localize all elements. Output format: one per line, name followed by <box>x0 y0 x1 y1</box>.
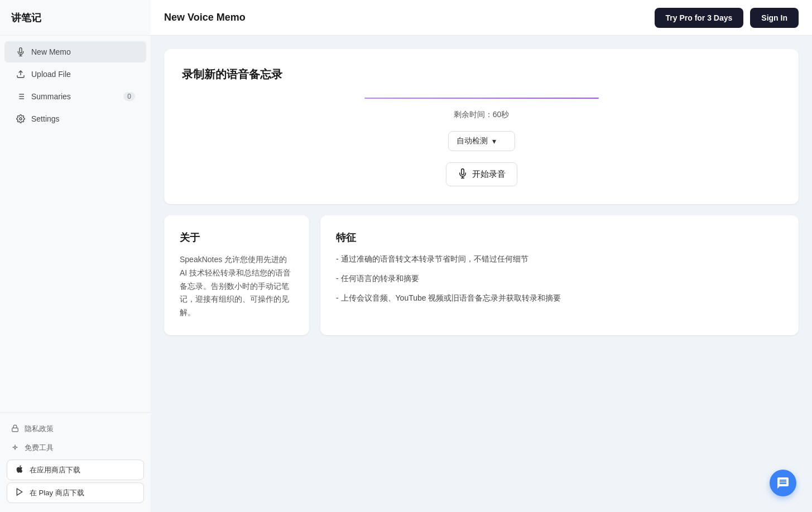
sidebar-item-label: Summaries <box>31 92 71 101</box>
app-store-button[interactable]: 在应用商店下载 <box>7 460 144 480</box>
sidebar-item-new-memo[interactable]: New Memo <box>4 41 146 62</box>
svg-marker-16 <box>17 489 22 495</box>
time-remaining: 剩余时间：60秒 <box>182 110 781 120</box>
svg-point-9 <box>20 118 22 120</box>
info-cards: 关于 SpeakNotes 允许您使用先进的 AI 技术轻松转录和总结您的语音备… <box>164 215 799 335</box>
waveform-line <box>364 98 599 99</box>
sidebar-item-label: Settings <box>31 114 60 123</box>
features-title: 特征 <box>336 231 783 244</box>
try-pro-button[interactable]: Try Pro for 3 Days <box>655 8 744 28</box>
start-recording-label: 开始录音 <box>472 169 506 180</box>
app-store-label: 在应用商店下载 <box>30 465 80 475</box>
about-card: 关于 SpeakNotes 允许您使用先进的 AI 技术轻松转录和总结您的语音备… <box>164 215 309 335</box>
apple-icon <box>15 465 24 475</box>
list-icon <box>16 91 26 102</box>
feature-item-3: - 上传会议音频、YouTube 视频或旧语音备忘录并获取转录和摘要 <box>336 292 783 304</box>
sign-in-button[interactable]: Sign In <box>750 8 799 28</box>
sidebar-item-label: Upload File <box>31 70 71 79</box>
waveform-container <box>182 98 781 99</box>
tools-icon <box>11 443 19 453</box>
app-name: 讲笔记 <box>11 11 41 25</box>
privacy-label: 隐私政策 <box>25 424 54 434</box>
sidebar-item-summaries[interactable]: Summaries 0 <box>4 86 146 107</box>
app-logo: 讲笔记 <box>0 0 151 36</box>
privacy-link[interactable]: 隐私政策 <box>0 419 151 438</box>
chevron-down-icon: ▾ <box>492 137 496 146</box>
sidebar-item-upload-file[interactable]: Upload File <box>4 64 146 85</box>
mic-icon <box>16 47 26 57</box>
sidebar-item-label: New Memo <box>31 47 71 56</box>
topbar: New Voice Memo Try Pro for 3 Days Sign I… <box>151 0 812 36</box>
language-option: 自动检测 <box>457 136 488 146</box>
summaries-badge: 0 <box>123 92 135 101</box>
about-text: SpeakNotes 允许您使用先进的 AI 技术轻松转录和总结您的语音备忘录。… <box>180 253 294 320</box>
sidebar: 讲笔记 New Memo U <box>0 0 151 512</box>
svg-rect-10 <box>12 428 18 431</box>
chat-icon <box>776 476 790 490</box>
chat-button[interactable] <box>770 470 796 496</box>
feature-item-1: - 通过准确的语音转文本转录节省时间，不错过任何细节 <box>336 253 783 265</box>
play-store-label: 在 Play 商店下载 <box>30 488 84 498</box>
about-title: 关于 <box>180 231 294 244</box>
play-icon <box>15 487 24 498</box>
main-content: New Voice Memo Try Pro for 3 Days Sign I… <box>151 0 812 512</box>
play-store-button[interactable]: 在 Play 商店下载 <box>7 482 144 503</box>
recording-title: 录制新的语音备忘录 <box>182 67 781 82</box>
sidebar-nav: New Memo Upload File <box>0 36 151 412</box>
free-tools-link[interactable]: 免费工具 <box>0 438 151 457</box>
mic-icon <box>458 168 468 180</box>
record-btn-container: 开始录音 <box>182 162 781 186</box>
svg-point-11 <box>14 446 16 448</box>
features-card: 特征 - 通过准确的语音转文本转录节省时间，不错过任何细节 - 任何语言的转录和… <box>320 215 799 335</box>
feature-item-2: - 任何语言的转录和摘要 <box>336 273 783 284</box>
sidebar-item-settings[interactable]: Settings <box>4 108 146 129</box>
language-selector: 自动检测 ▾ <box>182 131 781 151</box>
sidebar-footer: 隐私政策 免费工具 在应用商店下载 <box>0 412 151 512</box>
content-area: 录制新的语音备忘录 剩余时间：60秒 自动检测 ▾ <box>151 36 812 512</box>
page-title: New Voice Memo <box>164 12 648 23</box>
start-recording-button[interactable]: 开始录音 <box>446 162 517 186</box>
lock-icon <box>11 424 19 434</box>
free-tools-label: 免费工具 <box>25 443 54 453</box>
recording-card: 录制新的语音备忘录 剩余时间：60秒 自动检测 ▾ <box>164 49 799 204</box>
language-dropdown[interactable]: 自动检测 ▾ <box>448 131 515 151</box>
gear-icon <box>16 114 26 124</box>
upload-icon <box>16 69 26 79</box>
